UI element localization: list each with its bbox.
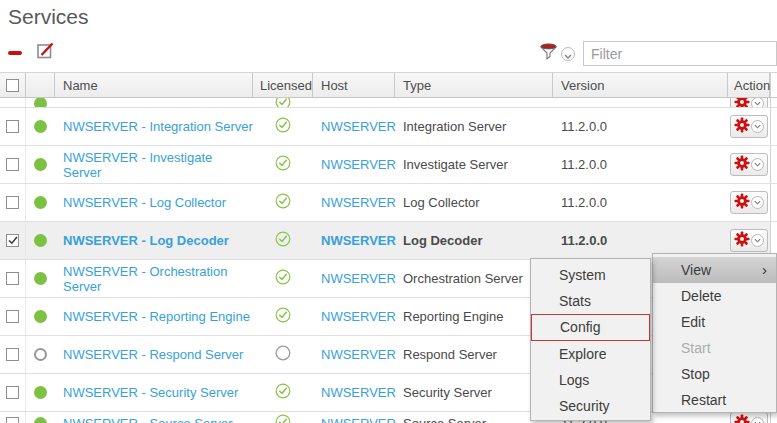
host-link[interactable]: NWSERVER (321, 385, 396, 400)
status-running-icon (34, 196, 47, 209)
row-checkbox[interactable] (6, 158, 19, 171)
host-link[interactable]: NWSERVER (321, 119, 396, 134)
menu-item-stop[interactable]: Stop (653, 361, 776, 387)
service-name-link[interactable]: NWSERVER - Respond Server (63, 347, 243, 362)
scrollbar-gutter[interactable] (770, 73, 777, 97)
select-all-checkbox[interactable] (6, 79, 19, 92)
table-row-log-collector[interactable]: NWSERVER - Log Collector NWSERVER Log Co… (0, 184, 777, 222)
filter-options-dropdown[interactable] (561, 47, 575, 61)
service-name-link[interactable]: NWSERVER - Integration Server (63, 119, 253, 134)
funnel-icon (539, 49, 558, 64)
row-checkbox[interactable] (6, 348, 19, 361)
licensed-check-icon (275, 307, 291, 326)
table-header-row: Name Licensed Host Type Version Actions (0, 72, 777, 98)
chevron-down-icon[interactable] (751, 417, 764, 423)
row-checkbox-checked[interactable] (6, 234, 19, 247)
service-version: 11.2.0.0 (553, 157, 728, 172)
licensed-check-icon (275, 383, 291, 402)
host-link[interactable]: NWSERVER (321, 195, 396, 210)
menu-item-edit[interactable]: Edit (653, 309, 776, 335)
submenu-item-config[interactable]: Config (531, 314, 650, 341)
menu-item-restart[interactable]: Restart (653, 387, 776, 413)
table-row-source-server[interactable]: NWSERVER - Source Server NWSERVER Source… (0, 412, 777, 423)
row-checkbox[interactable] (6, 386, 19, 399)
licensed-check-icon (275, 155, 291, 174)
service-version: 11.2.0.0 (553, 119, 728, 134)
status-stopped-icon (34, 348, 47, 361)
service-version: 11.2.0.0 (553, 233, 728, 248)
licensed-check-icon (275, 117, 291, 136)
filter-funnel-button[interactable] (539, 43, 558, 61)
host-link[interactable]: NWSERVER (321, 157, 396, 172)
status-running-icon (34, 386, 47, 399)
service-name-link[interactable]: NWSERVER - Source Server (63, 416, 233, 423)
menu-item-start: Start (653, 335, 776, 361)
column-header-name[interactable]: Name (55, 73, 253, 97)
submenu-item-security[interactable]: Security (531, 393, 650, 419)
submenu-arrow-icon: › (762, 257, 767, 283)
host-link[interactable]: NWSERVER (321, 309, 396, 324)
column-header-version[interactable]: Version (553, 73, 728, 97)
service-name-link[interactable]: NWSERVER - Reporting Engine (63, 309, 250, 324)
service-version: 11.2.0.0 (553, 195, 728, 210)
gear-icon (734, 98, 750, 108)
column-header-licensed[interactable]: Licensed (253, 73, 313, 97)
row-actions-button[interactable] (730, 153, 768, 176)
host-link[interactable]: NWSERVER (321, 416, 396, 423)
page-title: Services (0, 0, 777, 29)
remove-service-button[interactable] (8, 49, 23, 57)
chevron-down-icon[interactable] (751, 234, 764, 247)
service-type: Log Decoder (395, 233, 553, 248)
menu-item-delete[interactable]: Delete (653, 283, 776, 309)
column-header-host[interactable]: Host (313, 73, 395, 97)
row-checkbox[interactable] (6, 120, 19, 133)
host-link[interactable]: NWSERVER (321, 271, 396, 286)
gear-icon (734, 117, 750, 136)
row-actions-button[interactable] (730, 229, 768, 252)
status-running-icon (34, 234, 47, 247)
service-name-link[interactable]: NWSERVER - Log Decoder (63, 233, 229, 248)
row-actions-button[interactable] (730, 191, 768, 214)
row-checkbox[interactable] (6, 196, 19, 209)
row-actions-button[interactable] (730, 115, 768, 138)
filter-input[interactable] (583, 41, 777, 66)
row-checkbox[interactable] (6, 310, 19, 323)
edit-service-button[interactable] (35, 41, 55, 61)
gear-icon (734, 193, 750, 212)
submenu-item-logs[interactable]: Logs (531, 367, 650, 393)
row-checkbox[interactable] (6, 417, 19, 423)
chevron-down-icon[interactable] (751, 196, 764, 209)
minus-icon (8, 51, 22, 55)
column-header-actions: Actions (728, 73, 770, 97)
host-link[interactable]: NWSERVER (321, 233, 396, 248)
actions-context-menu: View › Delete Edit Start Stop Restart (652, 253, 777, 413)
row-checkbox[interactable] (6, 272, 19, 285)
licensed-check-icon (275, 269, 291, 288)
row-actions-button[interactable] (730, 412, 768, 423)
service-name-link[interactable]: NWSERVER - Log Collector (63, 195, 226, 210)
partially-visible-row-top (0, 98, 777, 108)
chevron-down-icon[interactable] (751, 158, 764, 171)
service-name-link[interactable]: NWSERVER - Security Server (63, 385, 238, 400)
submenu-item-explore[interactable]: Explore (531, 341, 650, 367)
licensed-check-icon (275, 414, 291, 423)
status-running-icon (34, 120, 47, 133)
service-name-link[interactable]: NWSERVER - Orchestration Server (63, 264, 227, 294)
table-row-investigate-server[interactable]: NWSERVER - Investigate Server NWSERVER I… (0, 146, 777, 184)
view-submenu: System Stats Config Explore Logs Securit… (530, 258, 651, 421)
menu-item-view[interactable]: View › (653, 257, 776, 283)
column-header-type[interactable]: Type (395, 73, 553, 97)
submenu-item-system[interactable]: System (531, 262, 650, 288)
status-running-icon (34, 158, 47, 171)
service-name-link[interactable]: NWSERVER - Investigate Server (63, 150, 212, 180)
row-actions-button[interactable] (730, 98, 768, 108)
submenu-item-stats[interactable]: Stats (531, 288, 650, 314)
host-link[interactable]: NWSERVER (321, 347, 396, 362)
licensed-check-icon (275, 193, 291, 212)
chevron-down-icon[interactable] (751, 120, 764, 133)
table-row-integration-server[interactable]: NWSERVER - Integration Server NWSERVER I… (0, 108, 777, 146)
service-type: Investigate Server (395, 157, 553, 172)
chevron-down-icon[interactable] (751, 98, 764, 108)
status-running-icon (34, 98, 47, 108)
unlicensed-circle-icon (275, 345, 291, 364)
